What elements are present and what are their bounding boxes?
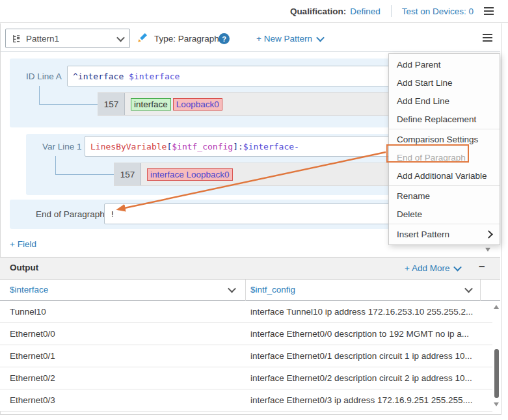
menu-item-rename[interactable]: Rename: [389, 187, 500, 205]
menu-divider: [389, 224, 500, 224]
menu-item-comparison-settings[interactable]: Comparison Settings: [389, 130, 500, 148]
table-row[interactable]: Ethernet0/3 interface Ethernet0/3 ip add…: [0, 389, 492, 412]
menu-item-add-additional-variable[interactable]: Add Additional Variable: [389, 166, 500, 185]
new-pattern-button[interactable]: + New Pattern: [256, 29, 323, 48]
menu-item-define-replacement[interactable]: Define Replacement: [389, 110, 500, 128]
menu-item-insert-pattern[interactable]: Insert Pattern: [389, 225, 500, 243]
table-row[interactable]: Tunnel10 interface Tunnel10 ip address 1…: [0, 301, 492, 323]
output-column-header: $interface $intf_config: [0, 280, 500, 301]
column-interface-dropdown-icon[interactable]: [228, 285, 236, 293]
column-divider: [245, 280, 246, 301]
var-line-connector: [55, 156, 114, 175]
pattern-scrollbar-down-icon[interactable]: [485, 248, 490, 252]
id-line-label: ID Line A: [26, 66, 62, 86]
table-scrollbar-up-icon[interactable]: [494, 305, 499, 309]
pattern-menu-icon[interactable]: [483, 34, 492, 42]
output-header: Output + Add More –: [0, 257, 500, 280]
config-cell: interface Tunnel10 ip address 172.16.253…: [250, 301, 490, 322]
header-divider: [391, 5, 392, 17]
toolbar-divider: [1, 51, 500, 52]
edit-pencil-icon[interactable]: [136, 31, 149, 44]
collapse-output-button[interactable]: –: [479, 260, 485, 273]
test-on-devices-link[interactable]: Test on Devices: 0: [402, 7, 474, 16]
interface-cell: Ethernet0/1: [10, 345, 55, 367]
menu-item-add-start-line[interactable]: Add Start Line: [389, 73, 500, 92]
match-token-keyword: interface: [131, 98, 171, 111]
menu-item-add-end-line[interactable]: Add End Line: [389, 92, 500, 110]
pattern-select[interactable]: Pattern1: [5, 29, 130, 48]
config-cell: interface Ethernet0/0 description to 192…: [250, 323, 490, 345]
menu-divider: [389, 185, 500, 186]
context-menu: Add Parent Add Start Line Add End Line D…: [388, 53, 500, 245]
qualification-value-link[interactable]: Defined: [350, 7, 381, 16]
match-line-number: 157: [98, 93, 125, 115]
column-intf-config-dropdown-icon[interactable]: [464, 285, 473, 293]
add-more-button[interactable]: + Add More: [405, 257, 461, 279]
menu-divider: [389, 129, 500, 129]
id-line-connector: [39, 86, 98, 105]
output-title: Output: [10, 263, 38, 272]
menu-item-delete[interactable]: Delete: [389, 205, 500, 223]
interface-cell: Ethernet0/3: [10, 389, 55, 411]
end-of-paragraph-label: End of Paragraph: [36, 203, 105, 224]
match-token-value: Loopback0: [173, 98, 222, 111]
menu-item-end-of-paragraph[interactable]: End of Paragraph: [389, 148, 500, 166]
column-intf-config: $intf_config: [250, 285, 295, 295]
pattern-select-value: Pattern1: [26, 34, 59, 44]
pattern-type-label: Type: Paragraph: [154, 29, 219, 48]
header-menu-icon[interactable]: [484, 7, 494, 15]
table-row[interactable]: Ethernet0/1 interface Ethernet0/1 descri…: [0, 345, 492, 367]
add-field-link[interactable]: + Field: [10, 239, 36, 249]
add-more-label: + Add More: [405, 263, 449, 273]
help-icon[interactable]: ?: [219, 33, 230, 44]
match-line-number: 157: [114, 163, 141, 185]
submenu-chevron-icon: [485, 230, 493, 239]
new-pattern-chevron-icon: [316, 33, 325, 42]
table-row[interactable]: Ethernet0/2 interface Ethernet0/2 descri…: [0, 367, 492, 389]
config-cell: interface Ethernet0/2 description circui…: [250, 367, 490, 389]
qualification-label: Qualification:: [290, 7, 346, 16]
add-more-chevron-icon: [454, 263, 462, 272]
table-scrollbar-thumb[interactable]: [494, 349, 499, 398]
match-token: interface Loopback0: [147, 168, 233, 181]
interface-cell: Ethernet0/0: [10, 323, 55, 345]
pattern-editor-window: Qualification: Defined Test on Devices: …: [0, 0, 508, 420]
pattern-select-chevron-icon: [118, 34, 124, 44]
table-row[interactable]: Ethernet0/0 interface Ethernet0/0 descri…: [0, 323, 492, 345]
top-header: Qualification: Defined Test on Devices: …: [0, 0, 508, 23]
column-divider: [480, 280, 481, 301]
menu-item-add-parent[interactable]: Add Parent: [389, 55, 500, 73]
column-interface: $interface: [10, 285, 48, 295]
pattern-tree-icon: [12, 34, 21, 44]
new-pattern-label: + New Pattern: [256, 34, 312, 44]
qualification-group: Qualification: Defined: [290, 7, 381, 16]
interface-cell: Ethernet0/2: [10, 367, 55, 389]
config-cell: interface Ethernet0/3 ip address 172.16.…: [250, 389, 490, 411]
var-line-label: Var Line 1: [42, 136, 82, 157]
table-scrollbar-down-icon[interactable]: [494, 402, 499, 406]
interface-cell: Tunnel10: [10, 301, 46, 322]
config-cell: interface Ethernet0/1 description circui…: [250, 345, 490, 367]
